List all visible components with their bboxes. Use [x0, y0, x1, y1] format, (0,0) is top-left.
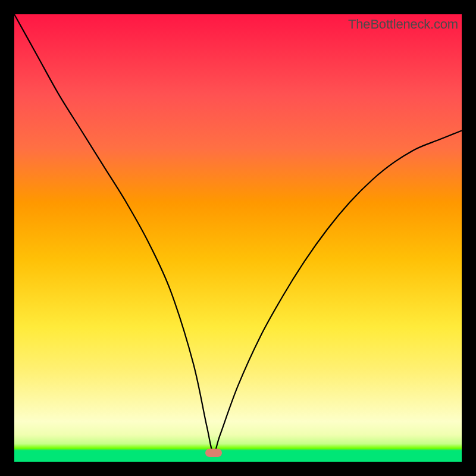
bottleneck-curve — [14, 14, 462, 453]
chart-svg — [14, 14, 462, 462]
optimal-point-marker — [205, 449, 222, 457]
plot-area: TheBottleneck.com — [14, 14, 462, 462]
chart-frame: TheBottleneck.com — [0, 0, 476, 476]
